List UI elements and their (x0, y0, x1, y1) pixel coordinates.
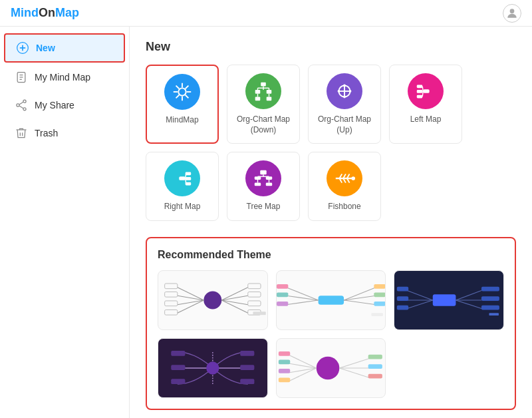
svg-rect-44 (417, 90, 423, 93)
svg-point-14 (179, 89, 185, 95)
sidebar-my-mind-map-label: My Mind Map (35, 72, 90, 83)
left-map-icon (408, 73, 444, 109)
svg-line-107 (408, 290, 434, 300)
svg-rect-106 (433, 294, 456, 306)
svg-rect-59 (255, 183, 261, 186)
sidebar-item-new[interactable]: New (4, 33, 125, 63)
svg-rect-124 (171, 379, 185, 384)
sidebar-item-my-share[interactable]: My Share (4, 92, 125, 118)
app-header: MindOnMap (0, 0, 532, 27)
svg-line-21 (186, 86, 189, 89)
template-org-down[interactable]: Org-Chart Map(Down) (227, 65, 300, 144)
theme-card-5[interactable] (276, 338, 386, 398)
sidebar-my-share-label: My Share (35, 100, 74, 110)
new-section-title: New (146, 40, 516, 54)
svg-line-48 (422, 91, 423, 97)
svg-rect-27 (267, 97, 272, 101)
svg-rect-92 (318, 296, 344, 304)
template-fishbone[interactable]: Fishbone (308, 152, 381, 221)
svg-point-9 (17, 104, 19, 106)
tree-map-icon (245, 160, 281, 196)
org-down-label: Org-Chart Map(Down) (237, 114, 290, 135)
svg-point-74 (203, 291, 221, 309)
right-map-label: Right Map (164, 202, 201, 212)
svg-rect-85 (165, 301, 178, 306)
file-icon (15, 71, 28, 84)
svg-line-46 (422, 87, 423, 91)
svg-rect-26 (255, 97, 261, 101)
svg-rect-100 (277, 292, 288, 297)
svg-point-41 (349, 90, 352, 93)
plus-icon (16, 41, 29, 55)
template-left-map[interactable]: Left Map (389, 65, 462, 144)
svg-rect-119 (489, 313, 499, 315)
svg-rect-56 (260, 170, 266, 175)
svg-rect-127 (240, 379, 254, 384)
org-down-icon (245, 73, 281, 109)
svg-rect-126 (240, 365, 254, 370)
svg-line-95 (286, 300, 318, 305)
sidebar-item-trash[interactable]: Trash (4, 120, 125, 146)
svg-line-134 (339, 358, 369, 367)
svg-rect-91 (253, 312, 265, 315)
content-area: New MindMap Org-Chart Map(Down) (130, 27, 532, 418)
template-org-up[interactable]: Org-Chart Map (Up) (308, 65, 381, 144)
svg-line-110 (456, 290, 482, 300)
svg-rect-141 (368, 355, 382, 359)
svg-rect-24 (255, 90, 261, 94)
svg-rect-83 (165, 284, 178, 289)
svg-rect-49 (179, 176, 185, 180)
svg-rect-139 (279, 369, 290, 373)
fishbone-icon (327, 160, 362, 196)
app-logo: MindOnMap (11, 6, 79, 20)
svg-point-38 (343, 85, 346, 87)
sidebar-trash-label: Trash (35, 128, 58, 138)
sidebar-new-label: New (36, 43, 55, 53)
theme-card-4[interactable] (158, 338, 268, 398)
recommended-title: Recommended Theme (158, 249, 504, 261)
svg-rect-42 (423, 89, 429, 93)
main-layout: New My Mind Map My Share Trash New (0, 27, 532, 418)
svg-rect-125 (240, 351, 254, 356)
svg-rect-51 (186, 177, 192, 180)
svg-point-67 (351, 176, 355, 180)
share-icon (15, 99, 28, 112)
svg-rect-89 (248, 301, 261, 306)
svg-line-109 (408, 300, 434, 309)
templates-grid: MindMap Org-Chart Map(Down) Org-Chart Ma… (146, 65, 516, 221)
template-tree-map[interactable]: Tree Map (227, 152, 300, 221)
svg-rect-101 (277, 302, 288, 306)
svg-point-40 (338, 90, 340, 93)
theme-card-1[interactable] (158, 270, 268, 330)
sidebar: New My Mind Map My Share Trash (0, 27, 130, 418)
svg-rect-23 (261, 83, 266, 87)
svg-line-136 (339, 368, 369, 377)
mindmap-icon (164, 74, 200, 110)
svg-point-129 (316, 356, 339, 379)
logo-text: Mind (11, 6, 39, 20)
svg-rect-25 (267, 90, 272, 94)
sidebar-item-my-mind-map[interactable]: My Mind Map (4, 64, 125, 91)
svg-rect-118 (481, 305, 499, 310)
svg-line-11 (19, 102, 23, 104)
svg-rect-123 (171, 365, 185, 370)
themes-grid (158, 270, 504, 398)
svg-rect-138 (279, 359, 290, 364)
svg-rect-87 (248, 284, 261, 289)
fishbone-label: Fishbone (328, 202, 360, 212)
svg-rect-99 (277, 284, 288, 289)
theme-card-2[interactable] (276, 270, 386, 330)
svg-rect-116 (481, 287, 499, 292)
svg-line-19 (176, 86, 180, 89)
theme-card-3[interactable] (394, 270, 504, 330)
svg-rect-113 (397, 287, 408, 292)
svg-rect-143 (368, 373, 382, 378)
mindmap-label: MindMap (166, 115, 198, 126)
svg-rect-140 (279, 377, 290, 382)
template-mindmap[interactable]: MindMap (146, 65, 219, 144)
svg-rect-117 (481, 296, 499, 301)
svg-line-53 (186, 174, 186, 178)
svg-rect-43 (417, 85, 423, 89)
template-right-map[interactable]: Right Map (146, 152, 219, 221)
user-avatar[interactable] (503, 4, 521, 23)
